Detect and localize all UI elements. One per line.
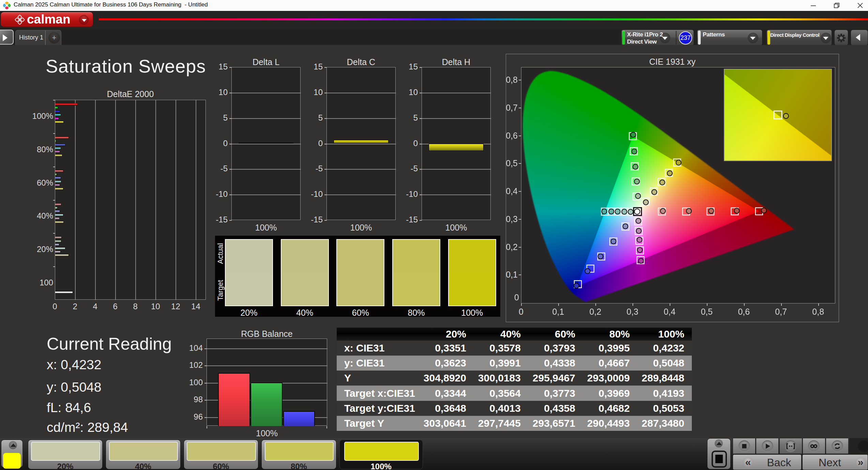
meter-selector[interactable]: X-Rite i1Pro 2 Direct View 237 [621, 30, 694, 46]
pattern-patch-60% [187, 442, 256, 461]
deltae2000-gridline [176, 100, 176, 300]
cie-x-tick-label: 0,5 [695, 307, 719, 317]
deltaC-y-tick-label: -5 [301, 164, 323, 173]
quick-color-patch[interactable] [3, 453, 21, 469]
deltaL-gridline [232, 169, 301, 170]
cie-measured-yellow-80 [667, 171, 672, 176]
display-control-dropdown-icon[interactable] [821, 33, 831, 43]
row-label: x: CIE31 [337, 341, 419, 356]
cie-x-tick-label: 0,8 [806, 307, 830, 317]
deltae2000-bar-60%-2 [55, 177, 61, 179]
deltae2000-bar-100%-4 [55, 118, 59, 120]
deltaL-y-tick [229, 220, 232, 221]
pattern-tile-100%[interactable]: 100% [339, 440, 423, 469]
patterns-dropdown-icon[interactable] [748, 33, 758, 43]
deltae2000-y-tick [53, 266, 55, 267]
deltaH-y-tick [420, 93, 422, 93]
pattern-tile-label-100%: 100% [340, 462, 423, 470]
cie-measured-magenta-40 [636, 228, 641, 233]
cie-y-tick-label: 0,3 [497, 214, 518, 224]
cie-x-tick-label: 0,1 [546, 307, 570, 317]
meter-status-stripe [622, 31, 625, 45]
pattern-tile-label-40%: 40% [106, 462, 180, 470]
pattern-tile-80%[interactable]: 80% [261, 440, 336, 469]
page-title: Saturation Sweeps [46, 56, 206, 77]
deltaH-y-tick-label: -10 [396, 189, 418, 199]
minimize-icon [811, 3, 816, 8]
restore-button[interactable] [829, 0, 844, 11]
deltae2000-bar-20%-0 [55, 236, 62, 239]
deltaH-y-tick-label: -15 [396, 215, 418, 224]
cie-measured-blue-40 [611, 239, 616, 244]
display-control-selector[interactable]: Direct Display Control [766, 30, 832, 46]
table-cell: 0,4232 [637, 341, 692, 356]
collapse-pattern-bar-icon[interactable] [9, 441, 17, 449]
cie-x-tick [595, 303, 596, 306]
cie-measured-magenta-100 [638, 258, 643, 263]
pattern-quick-tile[interactable] [1, 440, 23, 468]
transport-range-button[interactable] [779, 438, 802, 454]
reading-x: x: 0,4232 [47, 357, 101, 372]
table-cell: 0,3648 [419, 401, 474, 416]
pattern-tile-60%[interactable]: 60% [184, 440, 259, 469]
app-header: calman [0, 11, 868, 29]
patterns-selector[interactable]: Patterns [697, 30, 762, 46]
table-col-20%: 20% [419, 328, 474, 341]
pattern-window-tile[interactable] [707, 438, 731, 469]
meter-badge[interactable]: 237 [679, 31, 692, 45]
deltaL-bar [239, 143, 293, 143]
deltaH-gridline [422, 93, 491, 93]
pattern-tile-label-20%: 20% [28, 462, 103, 470]
transport-play-button[interactable] [756, 438, 779, 454]
collapse-toolbar-button[interactable] [851, 30, 868, 46]
deltaL-title: Delta L [231, 57, 301, 67]
cie-measured-green-60 [633, 164, 638, 169]
deltae2000-gridline [75, 100, 76, 300]
transport-stop-button[interactable] [733, 438, 756, 454]
table-col-80%: 80% [583, 328, 637, 341]
calman-menu-button[interactable]: calman [1, 12, 93, 27]
deltaL-y-tick-label: -5 [206, 164, 228, 173]
deltae2000-bar-40%-3 [55, 214, 63, 216]
transport-refresh-button[interactable] [826, 438, 849, 454]
settings-button[interactable] [834, 30, 848, 46]
layout-flyout-button[interactable] [0, 30, 14, 45]
range-icon [785, 440, 796, 452]
cie-y-tick [519, 108, 521, 108]
deltaC-y-tick-label: 5 [301, 113, 323, 123]
cie-measured-yellow-100 [676, 160, 681, 165]
transport-infinity-button[interactable] [803, 438, 825, 454]
deltaC-y-tick [324, 67, 327, 68]
pattern-window-up-icon[interactable] [715, 439, 723, 448]
swatch-100% [448, 239, 496, 306]
next-button[interactable]: Next » [802, 454, 868, 470]
deltae2000-bar-40%-2 [55, 210, 60, 213]
table-row-y--CIE31: y: CIE310,36230,39910,43380,46670,5048 [337, 356, 692, 371]
pattern-tile-40%[interactable]: 40% [106, 440, 181, 469]
tab-history-1[interactable]: History 1 [15, 30, 45, 45]
measurement-table-body: x: CIE310,33510,35780,37930,39950,4232y:… [337, 341, 692, 431]
back-button[interactable]: « Back [733, 454, 802, 470]
deltaL-plot [231, 67, 301, 220]
pattern-tile-20%[interactable]: 20% [28, 440, 103, 469]
rgb-y-tick-label: 104 [181, 343, 203, 353]
close-button[interactable] [852, 0, 868, 11]
patterns-status-stripe [698, 31, 701, 45]
add-tab-icon: + [48, 32, 60, 44]
cie-y-tick-label: 0,4 [497, 186, 518, 196]
swatch-target-60% [337, 273, 384, 306]
table-row-Target-Y: Target Y303,0641297,7445293,6571290,4493… [337, 416, 692, 431]
deltae2000-gridline [115, 100, 116, 300]
minimize-button[interactable] [805, 0, 821, 11]
rgb-y-tick [204, 417, 207, 418]
cie-x-tick [707, 303, 707, 306]
rgb-bar-Red [218, 373, 250, 426]
deltaC-y-tick [324, 194, 327, 195]
deltaH-gridline [422, 169, 491, 170]
rgb-y-tick-label: 98 [181, 395, 203, 404]
deltaH-y-tick-label: 0 [396, 139, 418, 148]
cie-zoom-inset [724, 69, 832, 161]
add-tab-button[interactable]: + [45, 30, 61, 45]
deltaL-y-tick [229, 169, 232, 170]
deltaL-y-tick-label: 15 [206, 62, 228, 72]
